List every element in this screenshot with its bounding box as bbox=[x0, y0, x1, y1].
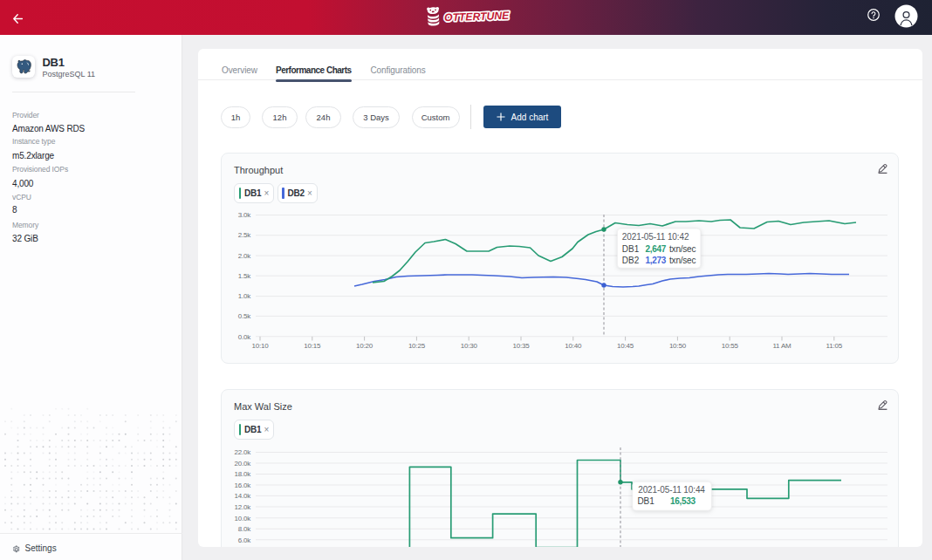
svg-text:10:55: 10:55 bbox=[722, 342, 739, 350]
svg-text:10:40: 10:40 bbox=[565, 342, 582, 350]
svg-text:2021-05-11 10:42: 2021-05-11 10:42 bbox=[622, 232, 689, 242]
svg-text:20.0k: 20.0k bbox=[234, 460, 251, 468]
svg-text:1.5k: 1.5k bbox=[238, 272, 252, 280]
svg-text:DB1: DB1 bbox=[622, 244, 640, 254]
svg-text:22.0k: 22.0k bbox=[234, 448, 251, 456]
svg-text:1.0k: 1.0k bbox=[238, 292, 252, 300]
svg-text:1,273: 1,273 bbox=[646, 256, 667, 265]
svg-text:txn/sec: txn/sec bbox=[669, 256, 696, 265]
svg-text:6.0k: 6.0k bbox=[238, 536, 252, 544]
svg-text:OTTERTUNE: OTTERTUNE bbox=[444, 10, 511, 24]
svg-text:0.0k: 0.0k bbox=[238, 333, 252, 341]
svg-text:10.0k: 10.0k bbox=[234, 515, 251, 522]
svg-text:16.0k: 16.0k bbox=[234, 481, 251, 489]
svg-text:10:35: 10:35 bbox=[512, 342, 530, 350]
svg-text:8.0k: 8.0k bbox=[238, 525, 252, 533]
svg-text:18.0k: 18.0k bbox=[234, 470, 251, 478]
svg-text:10:25: 10:25 bbox=[408, 342, 426, 350]
svg-text:DB1: DB1 bbox=[637, 496, 654, 506]
svg-text:2.0k: 2.0k bbox=[238, 252, 252, 260]
svg-text:2.5k: 2.5k bbox=[238, 231, 252, 239]
svg-text:txn/sec: txn/sec bbox=[669, 244, 696, 254]
svg-text:0.5k: 0.5k bbox=[238, 312, 252, 320]
svg-text:10:50: 10:50 bbox=[669, 342, 687, 350]
svg-text:11 AM: 11 AM bbox=[772, 342, 792, 350]
svg-text:DB2: DB2 bbox=[622, 256, 640, 265]
svg-text:2,647: 2,647 bbox=[646, 244, 667, 254]
svg-text:10:45: 10:45 bbox=[617, 342, 634, 350]
svg-text:12.0k: 12.0k bbox=[234, 503, 251, 511]
svg-text:16,533: 16,533 bbox=[670, 496, 696, 506]
svg-text:10:30: 10:30 bbox=[461, 342, 478, 350]
svg-text:10:20: 10:20 bbox=[356, 342, 373, 350]
svg-text:10:10: 10:10 bbox=[251, 342, 269, 350]
svg-text:2021-05-11 10:44: 2021-05-11 10:44 bbox=[638, 485, 705, 495]
svg-text:10:15: 10:15 bbox=[304, 342, 321, 350]
svg-text:11:05: 11:05 bbox=[826, 342, 843, 350]
svg-text:3.0k: 3.0k bbox=[238, 211, 252, 219]
svg-text:14.0k: 14.0k bbox=[234, 492, 251, 500]
